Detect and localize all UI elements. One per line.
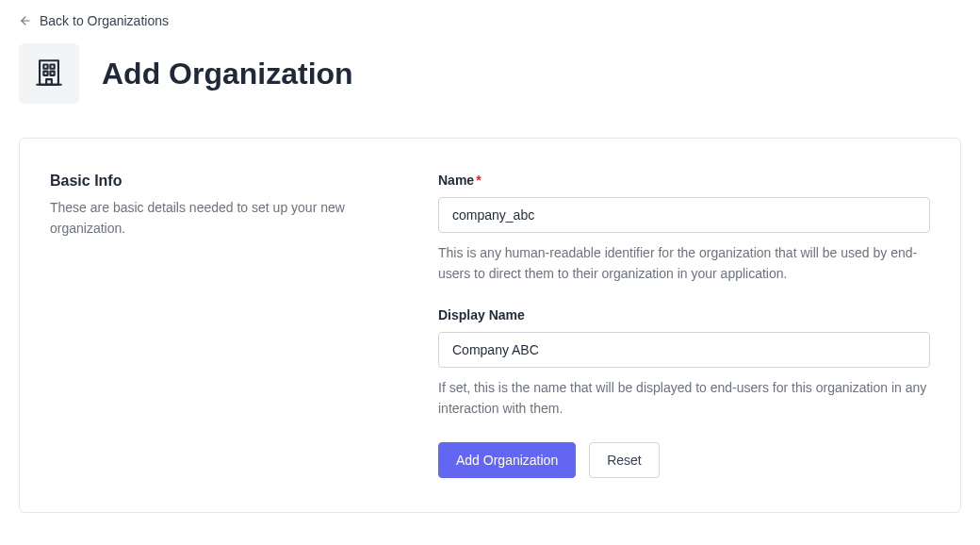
button-row: Add Organization Reset	[438, 442, 930, 478]
arrow-left-icon	[19, 14, 32, 27]
add-organization-button[interactable]: Add Organization	[438, 442, 576, 478]
back-link-label: Back to Organizations	[40, 13, 169, 28]
card-form-column: Name* This is any human-readable identif…	[438, 173, 930, 478]
organization-icon-tile	[19, 43, 79, 104]
building-icon	[33, 57, 65, 91]
display-name-input[interactable]	[438, 332, 930, 368]
name-label-text: Name	[438, 173, 474, 188]
name-form-group: Name* This is any human-readable identif…	[438, 173, 930, 285]
section-title: Basic Info	[50, 173, 408, 190]
display-name-help-text: If set, this is the name that will be di…	[438, 377, 930, 420]
name-label: Name*	[438, 173, 930, 188]
section-description: These are basic details needed to set up…	[50, 197, 408, 239]
svg-rect-4	[43, 71, 47, 74]
page-title: Add Organization	[102, 57, 353, 91]
reset-button[interactable]: Reset	[589, 442, 660, 478]
back-to-organizations-link[interactable]: Back to Organizations	[19, 11, 169, 30]
page-header: Add Organization	[19, 43, 961, 104]
name-help-text: This is any human-readable identifier fo…	[438, 242, 930, 285]
card-description-column: Basic Info These are basic details neede…	[50, 173, 408, 478]
svg-rect-5	[50, 71, 54, 74]
svg-rect-2	[43, 64, 47, 68]
display-name-label: Display Name	[438, 307, 930, 322]
svg-rect-1	[40, 60, 58, 85]
svg-rect-3	[50, 64, 54, 68]
required-asterisk: *	[476, 173, 481, 188]
basic-info-card: Basic Info These are basic details neede…	[19, 138, 961, 513]
name-input[interactable]	[438, 197, 930, 233]
display-name-form-group: Display Name If set, this is the name th…	[438, 307, 930, 420]
